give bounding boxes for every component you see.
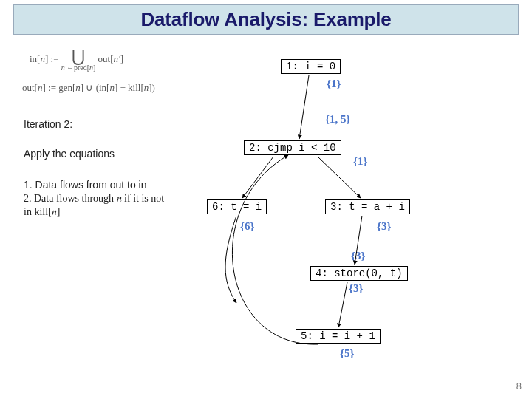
title-band: Dataflow Analysis: Example bbox=[13, 4, 519, 35]
set-n5-out: {5} bbox=[340, 347, 354, 360]
set-n2-out: {1} bbox=[353, 155, 367, 168]
node-3: 3: t = a + i bbox=[325, 200, 410, 214]
node-1: 1: i = 0 bbox=[281, 59, 341, 74]
node-4: 4: store(0, t) bbox=[310, 266, 408, 281]
node-5: 5: i = i + 1 bbox=[296, 329, 381, 344]
equation-in: in[n] := ⋃ n'←pred[n] out[n'] bbox=[30, 47, 192, 72]
set-n2-in: {1, 5} bbox=[325, 113, 350, 126]
set-n6-out: {6} bbox=[240, 220, 254, 233]
page-number: 8 bbox=[516, 381, 522, 392]
equation-out: out[n] := gen[n] ∪ (in[n] − kill[n]) bbox=[22, 83, 155, 94]
set-n3-out: {3} bbox=[377, 220, 391, 233]
set-n4-out: {3} bbox=[349, 282, 363, 295]
rule-2a: 2. Data flows through 𝑛 if it is not bbox=[24, 192, 164, 205]
rule-2b: in kill[𝑛] bbox=[24, 205, 60, 219]
apply-label: Apply the equations bbox=[24, 148, 115, 161]
node-2: 2: cjmp i < 10 bbox=[244, 140, 341, 155]
page-title: Dataflow Analysis: Example bbox=[20, 8, 512, 31]
rule-1: 1. Data flows from out to in bbox=[24, 179, 147, 192]
set-n4-in: {3} bbox=[351, 250, 365, 262]
set-n1-out: {1} bbox=[327, 78, 341, 90]
iteration-label: Iteration 2: bbox=[24, 118, 72, 132]
diagram-stage: in[n] := ⋃ n'←pred[n] out[n'] out[n] := … bbox=[0, 37, 532, 399]
node-6: 6: t = i bbox=[207, 200, 267, 214]
